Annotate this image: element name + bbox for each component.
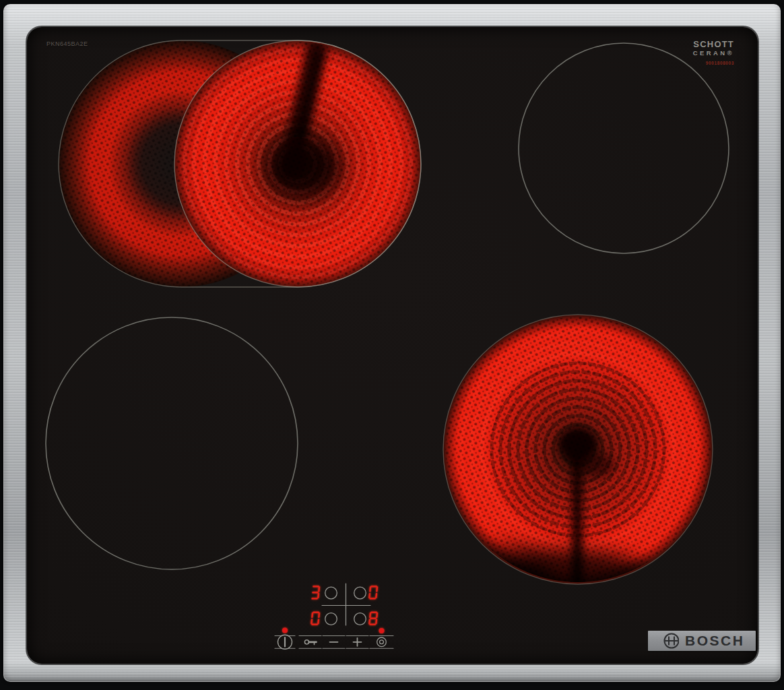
double-circle-icon [377, 637, 387, 647]
ceramic-glass-surface [27, 27, 758, 664]
power-button[interactable] [278, 635, 292, 649]
dual-zone-button[interactable] [377, 637, 387, 647]
bosch-logo-bar: BOSCH [648, 631, 756, 651]
bosch-wordmark: BOSCH [685, 633, 744, 649]
bosch-anchor-icon [648, 631, 679, 651]
